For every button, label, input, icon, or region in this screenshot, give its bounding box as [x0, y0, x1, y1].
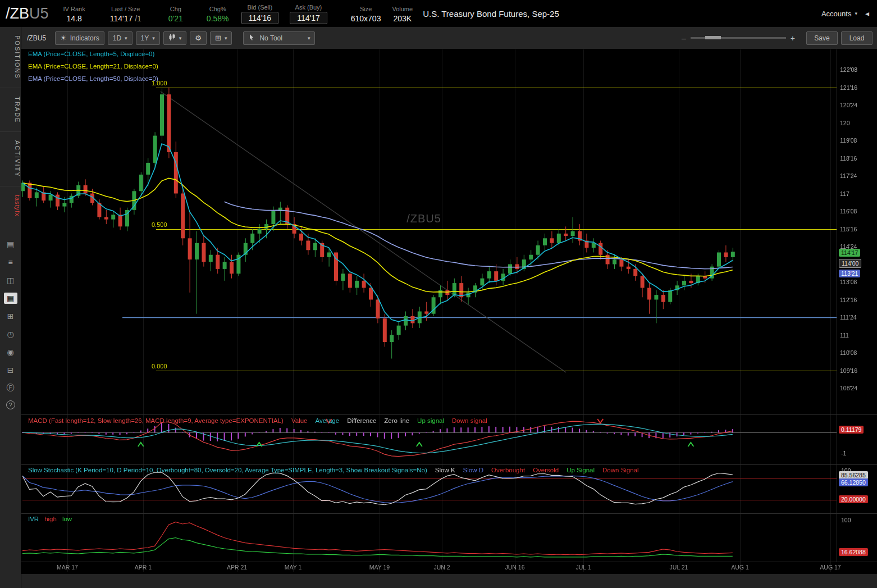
- cursor-icon: [248, 34, 255, 42]
- chevron-down-icon: ▾: [308, 35, 310, 41]
- size-value: 610x703: [351, 14, 381, 23]
- chart-icon[interactable]: ▦: [4, 293, 17, 304]
- timeframe-dropdown[interactable]: 1D ▾: [108, 31, 133, 45]
- ask-column: Ask (Buy) 114'17: [290, 3, 327, 24]
- follow-icon[interactable]: ◉: [4, 347, 17, 358]
- watchlist-icon[interactable]: ≡: [4, 257, 17, 268]
- chg-column: Chg 0'21: [168, 4, 183, 23]
- bid-button[interactable]: 114'16: [241, 12, 279, 24]
- volume-label: Volume: [392, 6, 413, 12]
- zoom-in-button[interactable]: +: [791, 34, 795, 43]
- accounts-menu[interactable]: Accounts ▾: [821, 10, 857, 18]
- layout-grid-dropdown[interactable]: ⊞ ▾: [210, 31, 232, 45]
- volume-value: 203K: [393, 14, 412, 23]
- history-icon[interactable]: ◷: [4, 329, 17, 340]
- chg-pct-column: Chg% 0.58%: [207, 4, 229, 23]
- chevron-down-icon: ▾: [855, 11, 857, 16]
- apps-icon[interactable]: ⊞: [4, 311, 17, 322]
- sidebar-tab-activity[interactable]: ACTIVITY: [0, 131, 21, 186]
- journal-icon[interactable]: ▤: [4, 239, 17, 250]
- size-label: Size: [360, 6, 372, 12]
- chart-symbol-label: /ZBU5: [27, 34, 46, 42]
- sidebar-tab-trade[interactable]: TRADE: [0, 88, 21, 131]
- candlestick-chart-icon: [168, 34, 176, 42]
- chart-type-dropdown[interactable]: ▾: [163, 31, 187, 45]
- iv-rank-label: IV Rank: [63, 6, 85, 12]
- analysis-icon[interactable]: ◫: [4, 275, 17, 286]
- zoom-slider[interactable]: [691, 37, 786, 39]
- quote-header: /ZBU5 IV Rank 14.8 Last / Size 114'17 /1…: [0, 0, 877, 27]
- ask-button[interactable]: 114'17: [290, 12, 327, 24]
- last-size-value: 114'17 /1: [110, 14, 141, 23]
- symbol-root: /ZB: [6, 5, 29, 22]
- chg-pct-label: Chg%: [209, 6, 226, 12]
- iv-rank-column: IV Rank 14.8: [63, 4, 85, 23]
- sidebar-tab-tastyfx[interactable]: tastyfx: [0, 186, 21, 225]
- zoom-out-button[interactable]: –: [682, 34, 686, 43]
- save-button[interactable]: Save: [806, 31, 838, 45]
- chart-module: /ZBU5 ☀ Indicators 1D ▾ 1Y ▾ ▾ ⚙: [21, 27, 877, 588]
- sidebar-tab-positions[interactable]: POSITIONS: [0, 27, 21, 88]
- drawing-tool-dropdown[interactable]: No Tool ▾: [243, 31, 315, 45]
- chg-pct-value: 0.58%: [207, 14, 229, 23]
- bid-column: Bid (Sell) 114'16: [241, 3, 279, 24]
- chart-area: EMA (Price=CLOSE, Length=5, Displace=0) …: [21, 49, 877, 588]
- ask-label: Ask (Buy): [295, 4, 322, 11]
- load-button[interactable]: Load: [841, 31, 873, 45]
- instrument-description: U.S. Treasury Bond Futures, Sep-25: [423, 9, 559, 19]
- chevron-down-icon: ▾: [179, 35, 182, 41]
- chg-value: 0'21: [168, 14, 183, 23]
- chg-label: Chg: [170, 6, 181, 12]
- bid-label: Bid (Sell): [248, 4, 273, 11]
- last-size-column: Last / Size 114'17 /1: [110, 4, 141, 23]
- grid-layout-icon: ⊞: [215, 34, 221, 42]
- symbol: /ZBU5: [6, 5, 49, 22]
- indicators-burst-icon: ☀: [60, 34, 67, 42]
- chart-toolbar: /ZBU5 ☀ Indicators 1D ▾ 1Y ▾ ▾ ⚙: [21, 27, 877, 49]
- feedback-icon[interactable]: Ⓕ: [4, 382, 17, 394]
- volume-column: Volume 203K: [392, 4, 413, 23]
- app-window: /ZBU5 IV Rank 14.8 Last / Size 114'17 /1…: [0, 0, 877, 588]
- zoom-slider-handle[interactable]: [705, 36, 721, 39]
- collapse-panel-icon[interactable]: ◂: [865, 9, 869, 18]
- iv-rank-value: 14.8: [66, 14, 81, 23]
- size-column: Size 610x703: [351, 4, 381, 23]
- last-size-label: Last / Size: [111, 6, 140, 12]
- zoom-control: – +: [682, 34, 795, 43]
- accounts-label: Accounts: [821, 10, 851, 18]
- chevron-down-icon: ▾: [125, 35, 127, 41]
- gear-icon: ⚙: [195, 34, 202, 42]
- chevron-down-icon: ▾: [225, 35, 227, 41]
- chart-canvas[interactable]: [21, 49, 877, 588]
- chevron-down-icon: ▾: [152, 35, 155, 41]
- left-sidebar: POSITIONS TRADE ACTIVITY tastyfx ▤≡◫▦⊞◷◉…: [0, 27, 21, 588]
- range-dropdown[interactable]: 1Y ▾: [136, 31, 160, 45]
- indicators-button[interactable]: ☀ Indicators: [55, 31, 104, 45]
- chart-settings-button[interactable]: ⚙: [190, 31, 207, 45]
- sidebar-icon-rail: ▤≡◫▦⊞◷◉⊟Ⓕ?: [4, 239, 17, 409]
- help-icon[interactable]: ?: [6, 400, 15, 409]
- symbol-suffix: U5: [29, 5, 49, 22]
- calendar-icon[interactable]: ⊟: [4, 364, 17, 376]
